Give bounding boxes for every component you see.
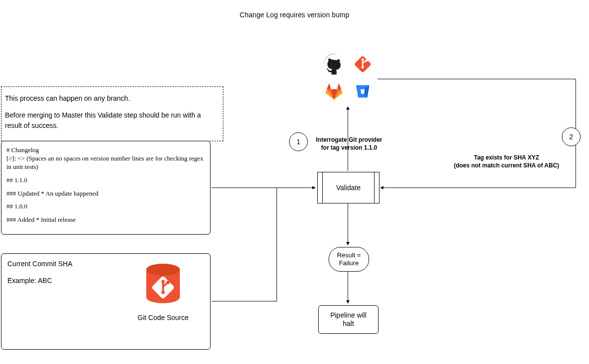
interrogate-line-2: for tag version 1.1.0 <box>321 144 377 151</box>
note-line-2: Before merging to Master this Validate s… <box>5 110 217 131</box>
step-marker-1: 1 <box>289 132 308 151</box>
validate-label: Validate <box>336 184 361 192</box>
changelog-v100: ## 1.0.0 <box>6 202 205 211</box>
svg-point-5 <box>361 66 364 68</box>
svg-point-19 <box>162 291 165 294</box>
halt-line-2: halt <box>343 320 354 327</box>
halt-box: Pipeline will halt <box>318 305 379 334</box>
gitlab-icon <box>324 81 344 102</box>
changelog-v100-added: ### Added * Initial release <box>6 216 205 224</box>
halt-line-1: Pipeline will <box>330 311 366 319</box>
svg-point-18 <box>162 280 165 283</box>
edge-label-tag-exists: Tag exists for SHA XYZ (does not match c… <box>430 154 583 169</box>
changelog-meta: [//]: <> (Spaces an no spaces on version… <box>6 155 205 171</box>
git-source-label: Git Code Source <box>136 313 190 322</box>
svg-marker-9 <box>327 83 331 89</box>
interrogate-line-1: Interrogate Git provider <box>316 136 382 143</box>
result-terminator: Result = Failure <box>329 247 369 272</box>
page-title: Change Log requires version bump <box>0 11 589 19</box>
validate-process: Validate <box>317 172 379 203</box>
result-line-1: Result = <box>337 251 361 259</box>
step-marker-2: 2 <box>562 127 581 146</box>
tag-line-2: (does not match current SHA of ABC) <box>454 162 559 169</box>
tag-line-1: Tag exists for SHA XYZ <box>474 154 539 161</box>
changelog-h1: # Changelog <box>6 146 205 155</box>
svg-point-4 <box>361 58 364 61</box>
changelog-v110-updated: ### Updated * An update happened <box>6 190 205 198</box>
github-icon <box>324 54 344 75</box>
note-box: This process can happen on any branch. B… <box>1 86 223 141</box>
git-providers <box>322 52 375 104</box>
git-database-icon <box>144 263 182 312</box>
bitbucket-icon <box>352 81 373 102</box>
result-line-2: Failure <box>339 259 359 267</box>
git-icon <box>352 54 373 75</box>
commit-box: Current Commit SHA Example: ABC <box>1 253 210 350</box>
svg-marker-10 <box>337 83 341 89</box>
edge-label-interrogate: Interrogate Git provider for tag version… <box>313 136 385 152</box>
svg-point-6 <box>365 59 368 62</box>
changelog-v110: ## 1.1.0 <box>6 176 205 185</box>
svg-point-20 <box>167 281 170 284</box>
note-line-1: This process can happen on any branch. <box>5 93 217 104</box>
svg-point-14 <box>146 264 180 276</box>
changelog-box: # Changelog [//]: <> (Spaces an no space… <box>1 141 210 235</box>
